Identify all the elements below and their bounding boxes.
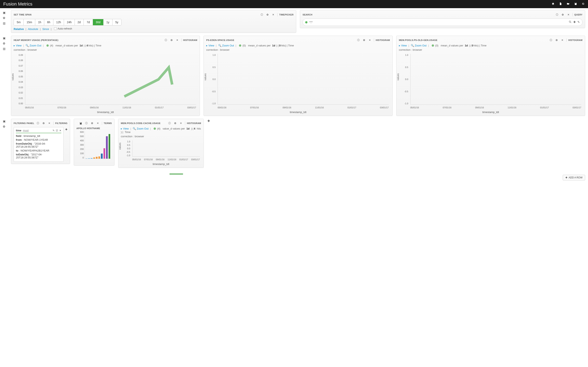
info-icon[interactable]: ⓘ xyxy=(35,121,40,125)
gear-icon[interactable]: ✿ xyxy=(3,125,7,128)
panel-title: SEARCH xyxy=(302,13,312,16)
panel-title: MEM.POOLS.PS-OLD-GEN.USAGE xyxy=(399,39,437,41)
close-icon[interactable]: ✕ xyxy=(175,38,180,42)
view-link[interactable]: View xyxy=(209,44,214,47)
timespan-1h[interactable]: 1h xyxy=(35,19,44,25)
home-icon[interactable] xyxy=(552,2,554,6)
mode-since[interactable]: Since xyxy=(42,27,49,31)
timespan-2d[interactable]: 2d xyxy=(75,19,84,25)
info-icon[interactable]: ⓘ xyxy=(259,12,264,17)
search-icon[interactable] xyxy=(569,20,572,24)
panel-type: TIMEPICKER xyxy=(279,13,294,16)
info-icon[interactable]: ⓘ xyxy=(548,38,553,42)
edit-icon[interactable]: ✎ xyxy=(53,129,55,132)
info-icon[interactable]: ⓘ xyxy=(163,38,168,42)
gear-icon[interactable]: ✿ xyxy=(173,121,178,125)
timespan-30d[interactable]: 30d xyxy=(93,19,103,25)
row-side-controls: ▣ ✿ ▥ xyxy=(3,10,7,25)
mode-relative[interactable]: Relative xyxy=(14,27,24,31)
folder-open-icon[interactable] xyxy=(567,2,570,6)
timespan-5m[interactable]: 5m xyxy=(14,19,24,25)
zoom-out-link[interactable]: 🔍 Zoom Out xyxy=(218,44,234,47)
histogram-panel: HEAP MEMORY USAGE (PERCENTAGE) ⓘ ✿ ✕ HIS… xyxy=(11,36,200,116)
gear-icon[interactable]: ✿ xyxy=(3,16,7,20)
gear-icon[interactable]: ✿ xyxy=(554,38,559,42)
mode-absolute[interactable]: Absolute xyxy=(28,27,38,31)
app-title: Fusion Metrics xyxy=(3,1,32,7)
close-icon[interactable]: ✕ xyxy=(178,121,183,125)
bar[interactable] xyxy=(93,158,95,159)
code-cache-panel: MEM.POOLS.CODE-CACHE.USAGE ⓘ ✿ ✕ HISTOGR… xyxy=(118,119,204,168)
timespan-15m[interactable]: 15m xyxy=(24,19,35,25)
gear-icon[interactable]: ✿ xyxy=(362,38,367,42)
plus-icon[interactable]: ✚ xyxy=(573,20,576,24)
plus-icon[interactable]: ✚ xyxy=(65,127,67,131)
correction-label: correction : browser xyxy=(14,48,197,51)
collapse-icon[interactable]: ▣ xyxy=(3,120,7,123)
add-panel-plus-icon[interactable]: ✚ xyxy=(207,119,210,123)
view-link[interactable]: View xyxy=(123,127,129,130)
search-input[interactable] xyxy=(310,21,569,24)
info-icon[interactable]: ⓘ xyxy=(554,12,560,17)
file-icon[interactable] xyxy=(559,2,562,6)
bar[interactable] xyxy=(106,136,108,159)
save-icon[interactable] xyxy=(574,2,577,6)
timespan-5y[interactable]: 5y xyxy=(112,19,121,25)
info-icon[interactable]: ⓘ xyxy=(167,121,172,125)
bar[interactable] xyxy=(85,158,87,159)
info-icon[interactable]: ⓘ xyxy=(84,121,89,125)
layout-icon[interactable]: ▥ xyxy=(3,47,7,50)
zoom-out-link[interactable]: 🔍 Zoom Out xyxy=(411,44,426,47)
bar[interactable] xyxy=(91,158,92,159)
filter-line: field : timestamp_tdt xyxy=(16,134,61,137)
timespan-12h[interactable]: 12h xyxy=(53,19,64,25)
info-icon[interactable]: ⓘ xyxy=(356,38,361,42)
bar[interactable] xyxy=(101,154,103,159)
layout-icon[interactable]: ▥ xyxy=(3,22,7,25)
filtering-panel: FILTERING PANEL ⓘ ✿ ✕ FILTERING time mus… xyxy=(11,119,70,164)
filter-line: from : NOW/YEAR-1YEAR xyxy=(16,138,61,141)
close-icon[interactable]: ✕ xyxy=(47,121,52,125)
collapse-icon[interactable]: ▣ xyxy=(3,11,7,14)
bar[interactable] xyxy=(98,156,100,159)
panel-type: HISTOGRAM xyxy=(376,39,390,41)
status-dot-icon xyxy=(305,21,307,23)
panel-title: HEAP MEMORY USAGE (PERCENTAGE) xyxy=(14,39,58,41)
filter-line: to : NOW/YEAR%2B1YEAR xyxy=(16,149,61,152)
gear-icon[interactable]: ✿ xyxy=(90,121,94,125)
close-icon[interactable]: ✕ xyxy=(95,121,100,125)
zoom-out-link[interactable]: 🔍 Zoom Out xyxy=(133,127,148,130)
timespan-7d[interactable]: 7d xyxy=(84,19,93,25)
save-icon[interactable] xyxy=(78,121,83,125)
collapse-icon[interactable]: ▣ xyxy=(3,36,7,40)
panel-type: QUERY xyxy=(574,13,582,16)
gear-icon[interactable]: ✿ xyxy=(265,12,270,17)
edit-icon[interactable]: ✎ xyxy=(577,20,580,24)
bar[interactable] xyxy=(88,158,90,159)
timespan-6h[interactable]: 6h xyxy=(44,19,53,25)
auto-refresh-toggle[interactable]: Auto-refresh xyxy=(54,27,72,30)
zoom-out-link[interactable]: 🔍 Zoom Out xyxy=(25,44,41,47)
close-icon[interactable]: ✕ xyxy=(560,38,565,42)
checkbox-icon[interactable] xyxy=(54,27,57,30)
check-icon[interactable]: ☑ xyxy=(56,129,58,132)
timespan-1y[interactable]: 1y xyxy=(103,19,112,25)
search-panel: SEARCH ⓘ ✿ ✕ QUERY ✚ ✎ xyxy=(300,10,585,28)
add-row-button[interactable]: ✚ ADD A ROW xyxy=(563,175,585,180)
close-icon[interactable]: ✕ xyxy=(59,129,61,132)
view-link[interactable]: View xyxy=(401,44,407,47)
gear-icon[interactable]: ✿ xyxy=(3,42,7,45)
bar[interactable] xyxy=(96,157,98,159)
close-icon[interactable]: ✕ xyxy=(566,12,571,17)
gear-icon[interactable]: ✿ xyxy=(169,38,174,42)
close-icon[interactable]: ✕ xyxy=(367,38,372,42)
timespan-24h[interactable]: 24h xyxy=(64,19,75,25)
close-icon[interactable]: ✕ xyxy=(271,12,276,17)
bar[interactable] xyxy=(109,134,110,159)
view-link[interactable]: View xyxy=(16,44,22,47)
gear-icon[interactable]: ✿ xyxy=(41,121,46,125)
terms-subtitle: APOLLO HOSTNAME xyxy=(76,127,112,130)
gear-icon[interactable]: ✿ xyxy=(560,12,565,17)
gear-icon[interactable] xyxy=(582,2,585,6)
bar[interactable] xyxy=(103,148,105,159)
